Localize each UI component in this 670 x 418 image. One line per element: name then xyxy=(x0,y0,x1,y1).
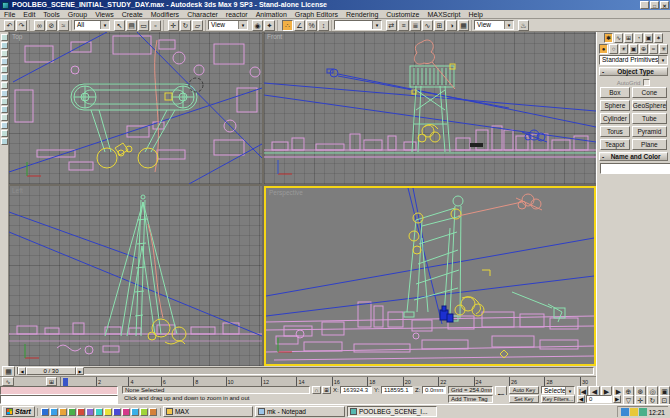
geometry-category-icon[interactable]: ● xyxy=(599,44,608,54)
tube-button[interactable]: Tube xyxy=(632,113,667,124)
curve-editor-icon[interactable]: ∿ xyxy=(422,20,433,31)
menu-tools[interactable]: Tools xyxy=(39,10,63,18)
display-tab-icon[interactable]: ▣ xyxy=(644,33,653,43)
named-selection-sets-dropdown[interactable] xyxy=(334,20,382,30)
viewport-front-label[interactable]: Front xyxy=(267,33,282,40)
menu-customize[interactable]: Customize xyxy=(382,10,423,18)
previous-frame-arrow[interactable]: ◀ xyxy=(18,367,26,375)
shapes-category-icon[interactable]: ○ xyxy=(609,44,618,54)
torus-button[interactable]: Torus xyxy=(600,126,630,137)
quick-launch-icon[interactable] xyxy=(122,408,130,416)
x-coordinate-field[interactable]: 163924.3 xyxy=(340,386,372,394)
quick-launch-icon[interactable] xyxy=(149,408,157,416)
snaps-toggle-icon[interactable]: ∴ xyxy=(282,20,293,31)
window-controls[interactable]: _□✕ xyxy=(640,1,669,9)
viewport-top[interactable]: Top xyxy=(9,32,262,184)
viewport-perspective-label[interactable]: Perspective xyxy=(269,189,303,196)
bind-to-space-warp-icon[interactable]: ≈ xyxy=(58,20,69,31)
reactor-tool-icon[interactable] xyxy=(1,122,8,129)
quick-launch-icon[interactable] xyxy=(113,408,121,416)
schematic-view-icon[interactable]: ⊞ xyxy=(434,20,445,31)
selection-filter-dropdown[interactable]: All xyxy=(74,20,110,30)
select-and-rotate-icon[interactable]: ↻ xyxy=(180,20,191,31)
viewport-left[interactable]: Left xyxy=(9,186,262,366)
maxscript-mini-recorder[interactable] xyxy=(0,386,118,395)
window-crossing-icon[interactable]: ▫ xyxy=(150,20,161,31)
menu-character[interactable]: Character xyxy=(183,10,222,18)
teapot-button[interactable]: Teapot xyxy=(600,139,630,150)
quick-launch-icon[interactable] xyxy=(41,408,49,416)
pyramid-button[interactable]: Pyramid xyxy=(632,126,667,137)
hierarchy-tab-icon[interactable]: ⊞ xyxy=(624,33,633,43)
quick-render-icon[interactable]: ♨ xyxy=(518,20,529,31)
menu-views[interactable]: Views xyxy=(91,10,118,18)
menu-animation[interactable]: Animation xyxy=(252,10,291,18)
subcategory-dropdown[interactable]: Standard Primitives xyxy=(599,55,668,65)
viewport-perspective[interactable]: Perspective xyxy=(264,186,596,366)
mini-curve-editor-icon[interactable]: ∿ xyxy=(2,377,14,386)
reactor-tool-icon[interactable] xyxy=(1,114,8,121)
selection-set-dropdown[interactable]: Selected xyxy=(541,386,575,394)
reactor-tool-icon[interactable] xyxy=(1,82,8,89)
menu-modifiers[interactable]: Modifiers xyxy=(147,10,183,18)
quick-launch-icon[interactable] xyxy=(95,408,103,416)
select-and-scale-icon[interactable]: ▱ xyxy=(192,20,203,31)
absolute-relative-toggle-icon[interactable]: ⊞ xyxy=(322,386,331,394)
select-by-name-icon[interactable]: ▤ xyxy=(126,20,137,31)
quick-launch-icon[interactable] xyxy=(131,408,139,416)
geosphere-button[interactable]: GeoSphere xyxy=(632,100,667,111)
unlink-selection-icon[interactable]: ⊘ xyxy=(46,20,57,31)
menu-file[interactable]: File xyxy=(0,10,19,18)
redo-icon[interactable]: ↷ xyxy=(16,20,27,31)
menu-maxscript[interactable]: MAXScript xyxy=(423,10,464,18)
spinner-snap-toggle-icon[interactable]: ↕ xyxy=(318,20,329,31)
start-button[interactable]: Start xyxy=(2,406,35,417)
reactor-tool-icon[interactable] xyxy=(1,90,8,97)
modify-tab-icon[interactable]: ∿ xyxy=(614,33,623,43)
menu-graph-editors[interactable]: Graph Editors xyxy=(291,10,342,18)
reactor-tool-icon[interactable] xyxy=(1,58,8,65)
menu-reactor[interactable]: reactor xyxy=(222,10,252,18)
taskbar-task-notepad[interactable]: mk - Notepad xyxy=(255,406,345,417)
reactor-tool-icon[interactable] xyxy=(1,50,8,57)
tray-icon-icon[interactable] xyxy=(639,408,647,416)
undo-icon[interactable]: ↶ xyxy=(4,20,15,31)
maxscript-mini-listener[interactable] xyxy=(0,395,118,404)
selection-lock-toggle-icon[interactable]: ∩ xyxy=(312,386,321,394)
layer-manager-icon[interactable]: ≣ xyxy=(410,20,421,31)
plane-button[interactable]: Plane xyxy=(632,139,667,150)
reactor-tool-icon[interactable] xyxy=(1,74,8,81)
track-bar[interactable]: ∿ ⊞ 24681012141618202224262830 xyxy=(0,376,596,386)
systems-category-icon[interactable]: ✳ xyxy=(659,44,668,54)
taskbar-clock[interactable]: 12:21 xyxy=(649,409,665,416)
reactor-tool-icon[interactable] xyxy=(1,130,8,137)
key-filters-button[interactable]: Key Filters... xyxy=(541,395,575,403)
menu-edit[interactable]: Edit xyxy=(19,10,39,18)
quick-launch-icon[interactable] xyxy=(77,408,85,416)
quick-launch-icon[interactable] xyxy=(140,408,148,416)
z-coordinate-field[interactable]: 0.0mm xyxy=(422,386,446,394)
time-slider-thumb[interactable]: 0 / 30 xyxy=(26,367,76,375)
tray-icon-icon[interactable] xyxy=(630,408,638,416)
maximize-icon[interactable]: □ xyxy=(650,1,659,9)
autogrid-checkbox[interactable] xyxy=(643,79,650,86)
time-slider-track[interactable]: ◀ 0 / 30 ▶ xyxy=(17,367,594,375)
lights-category-icon[interactable]: ☀ xyxy=(619,44,628,54)
taskbar-task-3dsmax[interactable]: POOLBEG_SCENE_I... xyxy=(347,406,437,417)
tray-icon-icon[interactable] xyxy=(621,408,629,416)
listener-toggle-icon[interactable]: ▦ xyxy=(2,366,15,377)
align-icon[interactable]: ≡ xyxy=(398,20,409,31)
use-pivot-point-center-icon[interactable]: ◉ xyxy=(252,20,263,31)
auto-key-button[interactable]: Auto Key xyxy=(509,386,539,394)
name-and-color-rollout[interactable]: -Name and Color xyxy=(599,152,668,161)
reactor-tool-icon[interactable] xyxy=(1,106,8,113)
quick-launch-icon[interactable] xyxy=(50,408,58,416)
create-tab-icon[interactable]: ✱ xyxy=(604,33,613,43)
rectangular-selection-region-icon[interactable]: ▭ xyxy=(138,20,149,31)
helpers-category-icon[interactable]: ⊕ xyxy=(639,44,648,54)
cylinder-button[interactable]: Cylinder xyxy=(600,113,630,124)
utilities-tab-icon[interactable]: ✶ xyxy=(654,33,663,43)
select-object-icon[interactable]: ↖ xyxy=(114,20,125,31)
motion-tab-icon[interactable]: ◔ xyxy=(634,33,643,43)
current-frame-marker[interactable] xyxy=(63,378,68,386)
